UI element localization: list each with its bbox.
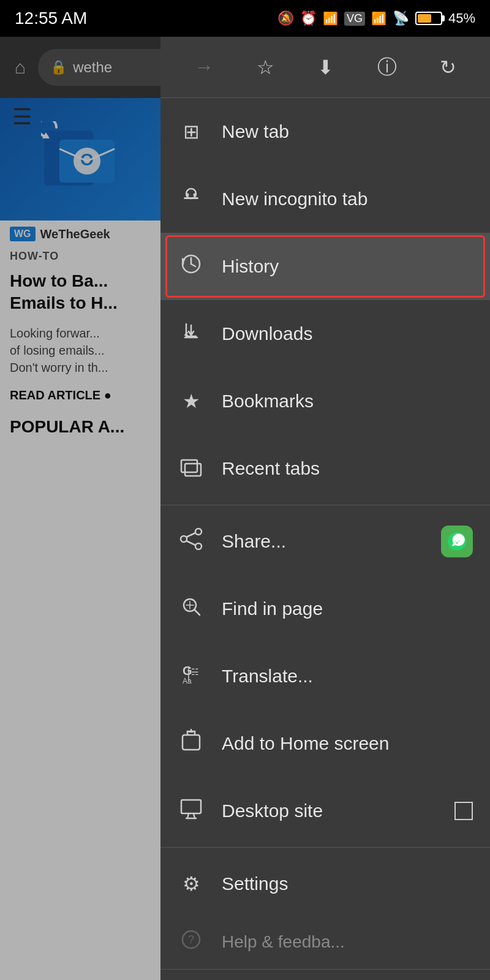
history-icon xyxy=(178,252,205,281)
settings-icon: ⚙ xyxy=(178,872,205,895)
svg-rect-15 xyxy=(185,464,201,476)
recent-tabs-label: Recent tabs xyxy=(222,458,473,479)
wifi-icon: 📡 xyxy=(393,10,409,26)
status-bar: 12:55 AM 🔕 ⏰ 📶 VG 📶 📡 45% xyxy=(0,0,490,37)
share-icon xyxy=(178,527,205,556)
translate-label: Translate... xyxy=(222,666,473,687)
svg-line-11 xyxy=(191,264,195,266)
divider-1 xyxy=(160,505,490,505)
bookmarks-label: Bookmarks xyxy=(222,391,473,412)
share-label: Share... xyxy=(222,531,424,552)
signal-icon: 📶 xyxy=(323,11,338,26)
menu-item-downloads[interactable]: Downloads xyxy=(160,300,490,368)
menu-item-bookmarks[interactable]: ★ Bookmarks xyxy=(160,368,490,435)
find-label: Find in page xyxy=(222,598,473,619)
svg-point-17 xyxy=(195,543,202,549)
bookmark-button[interactable]: ☆ xyxy=(247,50,284,85)
help-label: Help & feedba... xyxy=(222,932,345,952)
dropdown-menu: → ☆ ⬇ ⓘ ↻ ⊞ New tab New incognito tab xyxy=(160,37,490,980)
svg-text:Aa: Aa xyxy=(183,677,192,685)
incognito-icon xyxy=(178,185,205,214)
menu-item-new-tab[interactable]: ⊞ New tab xyxy=(160,98,490,165)
menu-item-desktop[interactable]: Desktop site xyxy=(160,777,490,845)
menu-item-add-home[interactable]: Add to Home screen xyxy=(160,710,490,777)
mute-icon: 🔕 xyxy=(277,10,294,26)
add-home-icon xyxy=(178,729,205,758)
svg-point-7 xyxy=(194,193,197,196)
svg-rect-34 xyxy=(181,800,201,813)
svg-rect-8 xyxy=(184,197,198,199)
recent-tabs-icon xyxy=(178,454,205,483)
battery-icon xyxy=(415,12,442,25)
help-icon: ? xyxy=(178,927,205,957)
menu-item-find[interactable]: Find in page xyxy=(160,575,490,643)
history-label: History xyxy=(222,256,473,277)
forward-button[interactable]: → xyxy=(184,50,224,85)
info-button[interactable]: ⓘ xyxy=(368,48,407,87)
new-tab-label: New tab xyxy=(222,121,473,142)
battery-percent: 45% xyxy=(448,10,475,26)
menu-item-share[interactable]: Share... W xyxy=(160,508,490,575)
svg-text:W: W xyxy=(453,536,461,546)
divider-2 xyxy=(160,847,490,848)
menu-item-translate[interactable]: G ☵ Aa Translate... xyxy=(160,643,490,710)
svg-rect-14 xyxy=(181,460,197,472)
desktop-label: Desktop site xyxy=(222,801,437,821)
downloads-icon xyxy=(178,319,205,349)
reload-button[interactable]: ↻ xyxy=(430,50,466,85)
svg-line-24 xyxy=(195,610,200,615)
divider-3 xyxy=(160,969,490,970)
new-tab-icon: ⊞ xyxy=(178,120,205,143)
svg-text:?: ? xyxy=(188,933,194,946)
desktop-icon xyxy=(178,796,205,826)
find-icon xyxy=(178,594,205,624)
menu-item-recent-tabs[interactable]: Recent tabs xyxy=(160,435,490,502)
status-time: 12:55 AM xyxy=(15,9,87,28)
menu-item-help-partial[interactable]: ? Help & feedba... xyxy=(160,918,490,967)
alarm-icon: ⏰ xyxy=(300,10,317,26)
svg-point-6 xyxy=(186,193,189,196)
svg-rect-31 xyxy=(183,735,200,750)
download-page-button[interactable]: ⬇ xyxy=(307,50,344,85)
svg-line-20 xyxy=(186,541,195,545)
svg-line-19 xyxy=(186,533,195,537)
svg-text:☵: ☵ xyxy=(191,667,199,677)
menu-item-incognito[interactable]: New incognito tab xyxy=(160,165,490,233)
menu-item-history[interactable]: History xyxy=(160,233,490,300)
downloads-label: Downloads xyxy=(222,323,473,344)
translate-icon: G ☵ Aa xyxy=(178,662,205,691)
status-icons: 🔕 ⏰ 📶 VG 📶 📡 45% xyxy=(277,10,475,26)
dropdown-toolbar: → ☆ ⬇ ⓘ ↻ xyxy=(160,37,490,98)
svg-point-18 xyxy=(181,536,187,542)
bookmarks-icon: ★ xyxy=(178,390,205,413)
data-saved-row: 428 MB saved since 8 Jun xyxy=(160,972,490,980)
svg-point-16 xyxy=(195,529,202,535)
signal2-icon: 📶 xyxy=(371,11,386,26)
settings-label: Settings xyxy=(222,873,473,894)
add-home-label: Add to Home screen xyxy=(222,733,473,754)
incognito-label: New incognito tab xyxy=(222,189,473,209)
desktop-checkbox[interactable] xyxy=(454,802,473,820)
lte-icon: VG xyxy=(344,12,365,26)
menu-item-settings[interactable]: ⚙ Settings xyxy=(160,850,490,918)
whatsapp-icon: W xyxy=(441,526,473,557)
